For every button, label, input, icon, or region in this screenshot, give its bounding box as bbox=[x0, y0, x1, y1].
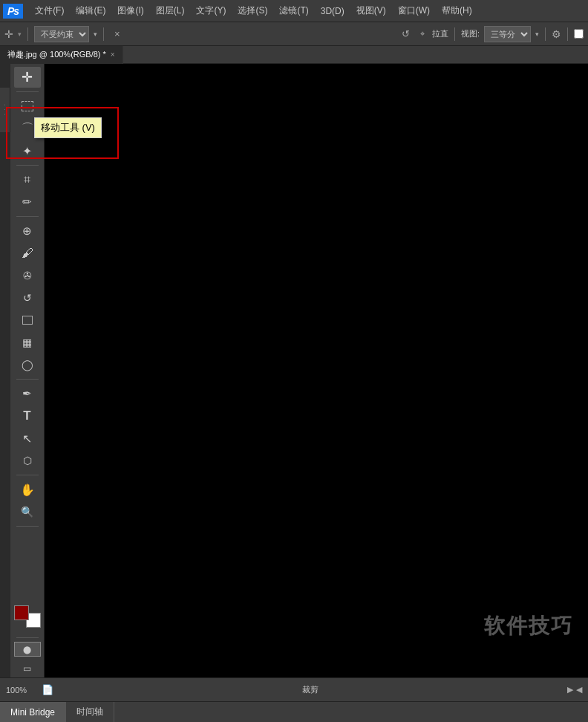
clone-stamp-icon: ✇ bbox=[23, 270, 32, 282]
path-selection-button[interactable]: ↖ bbox=[14, 428, 41, 449]
menu-layer[interactable]: 图层(L) bbox=[150, 3, 191, 19]
type-icon: T bbox=[23, 409, 30, 423]
path-selection-icon: ↖ bbox=[22, 432, 32, 446]
dodge-button[interactable]: ◯ bbox=[14, 354, 41, 375]
rectangular-marquee-icon bbox=[22, 101, 33, 111]
view-arrow-icon: ▾ bbox=[535, 30, 539, 38]
dodge-icon: ◯ bbox=[22, 359, 33, 371]
options-bar: ✛ ▾ 不受约束 ▾ × ↺ ⌖ 拉直 视图: 三等分 ▾ ⚙ bbox=[0, 22, 588, 46]
gradient-button[interactable]: ▦ bbox=[14, 332, 41, 353]
crop-icon: ⌗ bbox=[24, 173, 30, 186]
menu-window[interactable]: 窗口(W) bbox=[392, 3, 436, 19]
eyedropper-icon: ✏ bbox=[22, 195, 32, 209]
document-info-icon[interactable]: 📄 bbox=[42, 684, 53, 695]
tooltip-text: 移动工具 (V) bbox=[41, 122, 95, 133]
mini-bridge-tab[interactable]: Mini Bridge bbox=[0, 702, 66, 722]
move-tool-icon: ✛ bbox=[4, 28, 13, 40]
constraint-select[interactable]: 不受约束 bbox=[34, 26, 89, 42]
screen-mode-icon: ▭ bbox=[23, 663, 31, 674]
zoom-button[interactable]: 🔍 bbox=[14, 501, 41, 522]
clone-stamp-button[interactable]: ✇ bbox=[14, 265, 41, 286]
timeline-tab[interactable]: 时间轴 bbox=[66, 702, 114, 722]
zoom-level: 100% bbox=[6, 686, 36, 695]
canvas-content bbox=[45, 64, 588, 677]
settings-icon[interactable]: ⚙ bbox=[552, 28, 561, 40]
move-tool-button[interactable]: ✛ bbox=[14, 67, 41, 88]
move-tool-icon: ✛ bbox=[22, 69, 33, 85]
crop-status-text: 裁剪 bbox=[229, 684, 392, 695]
toolbar-separator-6 bbox=[16, 526, 39, 527]
crop-button[interactable]: ⌗ bbox=[14, 169, 41, 190]
collapse-dots-icon: · · · bbox=[1, 104, 8, 116]
history-brush-icon: ↺ bbox=[23, 292, 32, 304]
tab-bar: 禅趣.jpg @ 100%(RGB/8) * × bbox=[0, 46, 588, 64]
hand-icon: ✋ bbox=[20, 483, 35, 497]
menu-help[interactable]: 帮助(H) bbox=[436, 3, 478, 19]
view-label: 视图: bbox=[461, 28, 480, 39]
canvas-area: 软件技巧 bbox=[45, 64, 588, 677]
foreground-color-swatch[interactable] bbox=[14, 605, 29, 620]
lasso-icon: ⌒ bbox=[22, 121, 33, 137]
toolbar-separator-5 bbox=[16, 475, 39, 475]
overlay-checkbox[interactable] bbox=[574, 29, 584, 39]
hand-button[interactable]: ✋ bbox=[14, 479, 41, 500]
nav-prev-button[interactable]: ◀ bbox=[576, 685, 582, 695]
separator-1 bbox=[27, 27, 28, 41]
spot-healing-button[interactable]: ⊕ bbox=[14, 221, 41, 241]
zoom-icon: 🔍 bbox=[21, 506, 33, 518]
shape-icon: ⬡ bbox=[23, 455, 32, 466]
magic-wand-icon: ✦ bbox=[22, 144, 32, 158]
toolbar-separator-2 bbox=[16, 165, 39, 166]
type-button[interactable]: T bbox=[14, 406, 41, 426]
menu-filter[interactable]: 滤镜(T) bbox=[273, 3, 314, 19]
straighten-label: 拉直 bbox=[432, 28, 448, 39]
left-toolbar: ✛ ⌒ ✦ ⌗ ✏ ⊕ 🖌 ✇ ↺ bbox=[10, 64, 45, 677]
document-tab[interactable]: 禅趣.jpg @ 100%(RGB/8) * × bbox=[0, 46, 123, 64]
separator-5 bbox=[567, 27, 568, 41]
menu-text[interactable]: 文字(Y) bbox=[190, 3, 232, 19]
nav-play-button[interactable]: ▶ bbox=[567, 685, 573, 695]
status-nav: ▶ ◀ bbox=[567, 685, 582, 695]
toolbar-separator-3 bbox=[16, 216, 39, 217]
separator-4 bbox=[545, 27, 546, 41]
color-swatches[interactable] bbox=[14, 605, 41, 628]
magic-wand-button[interactable]: ✦ bbox=[14, 140, 41, 161]
status-bar: 100% 📄 裁剪 ▶ ◀ bbox=[0, 677, 588, 701]
separator-2 bbox=[103, 27, 104, 41]
menu-file[interactable]: 文件(F) bbox=[29, 3, 70, 19]
menu-image[interactable]: 图像(I) bbox=[111, 3, 149, 19]
view-select[interactable]: 三等分 bbox=[484, 26, 531, 42]
spot-healing-icon: ⊕ bbox=[22, 224, 32, 238]
history-brush-button[interactable]: ↺ bbox=[14, 287, 41, 308]
tab-close-button[interactable]: × bbox=[111, 51, 115, 59]
panel-collapse-handle[interactable]: · · · bbox=[0, 88, 10, 132]
eraser-icon bbox=[22, 316, 33, 325]
menu-edit[interactable]: 编辑(E) bbox=[70, 3, 111, 19]
menu-bar: Ps 文件(F) 编辑(E) 图像(I) 图层(L) 文字(Y) 选择(S) 滤… bbox=[0, 0, 588, 22]
options-arrow-icon: ▾ bbox=[18, 30, 22, 38]
rotate-button[interactable]: ↺ bbox=[399, 27, 413, 41]
eraser-button[interactable] bbox=[14, 310, 41, 331]
tooltip: 移动工具 (V) bbox=[34, 117, 102, 138]
clear-button[interactable]: × bbox=[110, 27, 125, 41]
pen-button[interactable]: ✒ bbox=[14, 383, 41, 404]
rectangular-marquee-button[interactable] bbox=[14, 96, 41, 117]
toolbar-separator-1 bbox=[16, 91, 39, 92]
brush-icon: 🖌 bbox=[22, 247, 33, 260]
toolbar-separator-4 bbox=[16, 379, 39, 380]
bottom-tabs: Mini Bridge 时间轴 bbox=[0, 701, 588, 722]
quick-mask-button[interactable]: ⬤ bbox=[14, 642, 41, 657]
separator-3 bbox=[454, 27, 455, 41]
screen-mode-button[interactable]: ▭ bbox=[14, 661, 41, 676]
shape-button[interactable]: ⬡ bbox=[14, 450, 41, 471]
menu-select[interactable]: 选择(S) bbox=[232, 3, 273, 19]
quick-mask-icon: ⬤ bbox=[23, 645, 31, 654]
constraint-arrow-icon: ▾ bbox=[94, 30, 97, 38]
menu-view[interactable]: 视图(V) bbox=[350, 3, 392, 19]
brush-button[interactable]: 🖌 bbox=[14, 243, 41, 264]
eyedropper-button[interactable]: ✏ bbox=[14, 192, 41, 212]
straighten-icon: ⌖ bbox=[420, 29, 425, 39]
toolbar-separator-7 bbox=[16, 637, 39, 638]
menu-3d[interactable]: 3D(D) bbox=[315, 4, 350, 18]
ps-logo: Ps bbox=[3, 4, 23, 19]
